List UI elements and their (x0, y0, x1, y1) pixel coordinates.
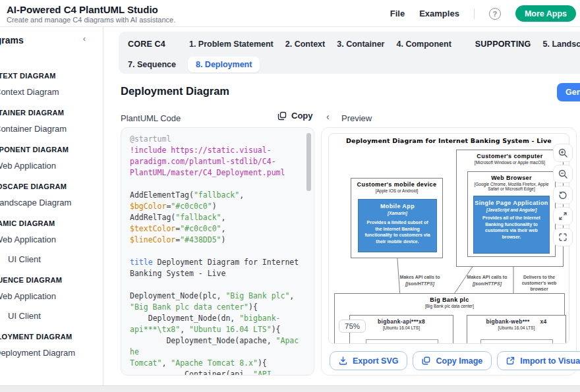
diagram-title: Deployment Diagram for Internet Banking … (329, 137, 569, 144)
sidebar-item[interactable]: Landscape Diagram (0, 198, 103, 208)
tab-row-1: CORE C41. Problem Statement2. Context3. … (128, 38, 580, 50)
sidebar-item[interactable]: Container Diagram (0, 124, 103, 134)
edge-text: Makes API calls to (390, 274, 450, 280)
container-name: Single Page Application (474, 200, 549, 207)
zoom-out-button[interactable] (553, 165, 573, 183)
copy-icon (422, 356, 430, 365)
page-title: Deployment Diagram (121, 85, 229, 98)
code-scrollbar[interactable] (306, 133, 311, 191)
copy-code-button[interactable]: Copy (277, 111, 313, 121)
plantuml-code-label: PlantUML Code (121, 113, 181, 123)
tab-4-component[interactable]: 4. Component (396, 40, 451, 49)
sidebar-item[interactable]: Web Application (0, 235, 103, 245)
reset-view-icon (558, 190, 567, 200)
app-title: AI-Powered C4 PlantUML Studio (7, 4, 158, 15)
sidebar-list: CONTEXT DIAGRAMContext DiagramCONTAINER … (0, 46, 103, 358)
copy-button-label: Copy (291, 111, 313, 121)
more-apps-button[interactable]: More Apps (515, 5, 576, 22)
expand-button[interactable] (553, 207, 573, 225)
sidebar-section-header: CONTAINER DIAGRAM (0, 108, 103, 117)
preview-label: Preview (341, 113, 372, 123)
generate-diagram-button[interactable]: Generate Diagram (557, 83, 580, 101)
sidebar-section-header: SEQUENCE DIAGRAM (0, 275, 103, 285)
node-name: Customer's computer (457, 153, 563, 159)
reset-view-button[interactable] (553, 186, 573, 204)
diagrams-sidebar: Diagrams ‹ CONTEXT DIAGRAMContext Diagra… (0, 27, 103, 385)
container-name: Mobile App (359, 203, 436, 210)
download-icon (339, 356, 347, 365)
apache-tomcat-node: Apache Tomcat (480, 339, 553, 344)
sidebar-item[interactable]: UI Client (0, 311, 103, 322)
chevron-left-icon[interactable]: ‹ (83, 34, 86, 43)
app-header: AI-Powered C4 PlantUML Studio Create and… (0, 0, 580, 27)
node-meta: [Apple IOS or Android] (351, 188, 442, 193)
file-menu[interactable]: File (390, 9, 405, 18)
preview-actions: Export SVG Copy Image Import to Visual P… (330, 351, 580, 370)
header-nav: File Examples ? More Apps (390, 0, 576, 27)
help-circle-icon[interactable]: ? (489, 8, 501, 20)
copy-icon (277, 111, 287, 121)
sidebar-item[interactable]: Web Application (0, 161, 103, 171)
sidebar-item[interactable]: Context Diagram (0, 87, 103, 98)
tab-group-label-core-c4: CORE C4 (128, 40, 165, 49)
edge-tech: [json/HTTPS] (390, 281, 450, 287)
container-desc: Provides all of the Internet Banking fun… (474, 215, 549, 240)
button-label: Import to Visual Paradigm (520, 356, 580, 366)
computer-node: Customer's computer [Microsoft Windows o… (456, 150, 564, 267)
edge-label-api-calls-1: Makes API calls to [json/HTTPS] (390, 274, 450, 287)
node-meta: [Microsoft Windows or Apple macOS] (457, 160, 563, 165)
sidebar-item[interactable]: Deployment Diagram (0, 348, 103, 358)
node-name: Big Bank plc (335, 296, 564, 303)
nav-divider (474, 9, 475, 19)
sidebar-section-header: CONTEXT DIAGRAM (0, 71, 103, 80)
fit-view-button[interactable] (553, 228, 573, 246)
tab-row-2: 7. Sequence8. Deployment (128, 56, 580, 73)
container-tech: [Xamarin] (359, 211, 436, 215)
code-content[interactable]: @startuml !include https://static.visual… (130, 134, 299, 376)
expand-icon (558, 211, 567, 221)
sidebar-title: Diagrams (0, 35, 24, 45)
big-bank-node: Big Bank plc [Big Bank plc data center] … (334, 293, 565, 344)
edge-text: Makes API calls to (457, 274, 517, 280)
app-subtitle: Create and manage C4 diagrams with AI as… (7, 16, 175, 24)
collapse-preview-chevron-icon[interactable]: ‹ (326, 111, 330, 122)
tab-8-deployment[interactable]: 8. Deployment (188, 57, 260, 72)
export-svg-button[interactable]: Export SVG (330, 351, 407, 370)
apache-tomcat-node: Apache Tomcat (366, 339, 438, 344)
web-browser-node: Web Browser [Google Chrome, Mozilla Fire… (467, 171, 556, 257)
container-tech: [JavaScript and Angular] (474, 208, 549, 212)
container-desc: Provides a limited subset of the Interne… (359, 219, 436, 244)
node-name: Web Browser (468, 175, 555, 181)
sidebar-item[interactable]: Web Application (0, 291, 103, 302)
sidebar-item[interactable]: UI Client (0, 254, 103, 265)
spa-container: Single Page Application [JavaScript and … (473, 196, 550, 254)
bottom-strip (0, 385, 580, 392)
tab-3-container[interactable]: 3. Container (337, 40, 384, 49)
mobile-app-container: Mobile App [Xamarin] Provides a limited … (358, 199, 437, 252)
button-label: Copy Image (436, 356, 482, 366)
zoom-in-button[interactable] (553, 144, 573, 162)
edge-tech: [json/HTTPS] (457, 281, 517, 287)
plantuml-code-editor[interactable]: @startuml !include https://static.visual… (121, 127, 314, 376)
preview-panel: Deployment Diagram for Internet Banking … (321, 127, 577, 376)
tab-5-landscape[interactable]: 5. Landscape (542, 40, 580, 49)
copy-image-button[interactable]: Copy Image (413, 351, 492, 370)
sidebar-section-header: DYNAMIC DIAGRAM (0, 219, 103, 228)
fit-view-icon (558, 233, 567, 242)
edge-label-api-calls-2: Makes API calls to [json/HTTPS] (457, 274, 517, 287)
diagram-viewport[interactable]: Deployment Diagram for Internet Banking … (328, 133, 569, 344)
zoom-out-icon (558, 169, 567, 179)
mobile-device-node: Customer's mobile device [Apple IOS or A… (351, 178, 443, 258)
tab-2-context[interactable]: 2. Context (285, 40, 325, 49)
tab-1-problem-statement[interactable]: 1. Problem Statement (189, 40, 274, 49)
examples-menu[interactable]: Examples (419, 9, 459, 18)
node-meta: [Big Bank plc data center] (335, 304, 564, 308)
sidebar-section-header: DEPLOYMENT DIAGRAM (0, 332, 103, 341)
zoom-in-icon (558, 148, 567, 157)
import-to-visual-paradigm-button[interactable]: Import to Visual Paradigm (497, 351, 580, 370)
node-name: Customer's mobile device (351, 181, 442, 188)
tab-7-sequence[interactable]: 7. Sequence (128, 60, 176, 69)
bigbank-web-node: bigbank-web***x4 [Ubuntu 16.04 LTS] Apac… (467, 315, 566, 344)
sidebar-section-header: COMPONENT DIAGRAM (0, 145, 103, 154)
zoom-level-badge: 75% (339, 320, 366, 333)
